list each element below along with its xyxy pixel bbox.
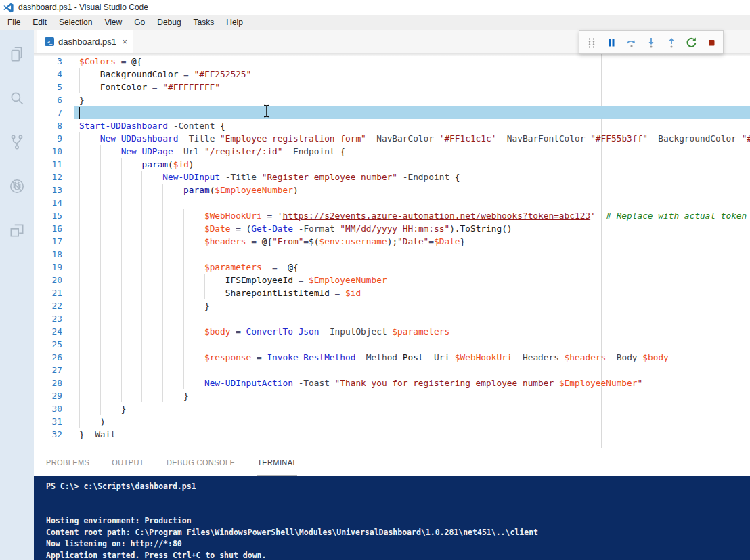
- code-line-28[interactable]: 28New-UDInputAction -Toast "Thank you fo…: [34, 376, 750, 389]
- indent-guide: [121, 171, 122, 184]
- step-out-button[interactable]: [663, 35, 680, 51]
- close-icon[interactable]: ×: [122, 37, 127, 46]
- code-line-8[interactable]: 8Start-UDDashboard -Content {: [34, 119, 750, 132]
- code-line-23[interactable]: 23: [34, 312, 750, 325]
- tab-dashboard-ps1[interactable]: >_ dashboard.ps1 ×: [37, 30, 133, 53]
- code-editor[interactable]: 3$Colors = @{4BackgroundColor = "#FF2525…: [34, 53, 750, 448]
- code-line-6[interactable]: 6}: [34, 93, 750, 106]
- terminal[interactable]: PS C:\> c:\Scripts\dashboard.ps1Hosting …: [34, 476, 750, 560]
- step-into-button[interactable]: [643, 35, 659, 51]
- indent-guide: [121, 312, 122, 325]
- indent-guide: [79, 286, 80, 299]
- code-line-20[interactable]: 20IFSEmployeeId = $EmployeeNumber: [34, 274, 750, 286]
- code-line-17[interactable]: 17$headers = @{"From"=$($env:username);"…: [34, 235, 750, 248]
- code-line-21[interactable]: 21SharepointListItemId = $id: [34, 286, 750, 299]
- code-line-15[interactable]: 15$WebHookUri = 'https://s2events.azure-…: [34, 209, 750, 222]
- menu-item-go[interactable]: Go: [128, 15, 151, 30]
- explorer-icon[interactable]: [0, 35, 34, 74]
- code-line-32[interactable]: 32} -Wait: [34, 428, 750, 441]
- code-line-24[interactable]: 24$body = ConvertTo-Json -InputObject $p…: [34, 325, 750, 338]
- code-line-4[interactable]: 4BackgroundColor = "#FF252525": [34, 68, 750, 81]
- code-text: FontColor = "#FFFFFFFF": [100, 81, 220, 93]
- indent-guide: [100, 325, 101, 338]
- indent-guide: [162, 196, 163, 209]
- restart-button[interactable]: [683, 35, 699, 51]
- code-line-3[interactable]: 3$Colors = @{: [34, 55, 750, 68]
- code-text: ): [100, 415, 106, 428]
- tab-label: dashboard.ps1: [58, 37, 116, 47]
- menu-item-help[interactable]: Help: [220, 15, 249, 30]
- code-line-7[interactable]: 7: [34, 106, 750, 119]
- indent-guide: [121, 325, 122, 338]
- code-text: }: [183, 389, 189, 402]
- code-line-30[interactable]: 30}: [34, 402, 750, 415]
- line-number: 19: [34, 261, 62, 274]
- pause-button[interactable]: [603, 35, 619, 51]
- code-line-27[interactable]: 27: [34, 364, 750, 376]
- vscode-window: { "window": { "title": "dashboard.ps1 - …: [0, 0, 750, 560]
- panel-tab-output[interactable]: OUTPUT: [112, 448, 144, 476]
- code-line-11[interactable]: 11param($id): [34, 158, 750, 171]
- panel-tab-debug-console[interactable]: DEBUG CONSOLE: [167, 448, 235, 476]
- code-text: $WebHookUri = 'https://s2events.azure-au…: [204, 209, 747, 222]
- code-line-29[interactable]: 29}: [34, 389, 750, 402]
- drag-handle[interactable]: [583, 35, 600, 51]
- indent-guide: [141, 364, 142, 376]
- panel-tab-terminal[interactable]: TERMINAL: [257, 448, 297, 476]
- text-caret: [79, 107, 80, 119]
- menu-item-debug[interactable]: Debug: [151, 15, 187, 30]
- indent-guide: [204, 274, 205, 286]
- menu-item-edit[interactable]: Edit: [26, 15, 53, 30]
- code-line-12[interactable]: 12New-UDInput -Title "Register employee …: [34, 171, 750, 184]
- indent-guide: [183, 286, 184, 299]
- indent-guide: [183, 325, 184, 338]
- indent-guide: [100, 261, 101, 274]
- indent-guide: [162, 364, 163, 376]
- indent-guide: [183, 312, 184, 325]
- extensions-icon[interactable]: [0, 211, 34, 250]
- line-number: 30: [34, 402, 62, 415]
- indent-guide: [162, 184, 163, 196]
- indent-guide: [79, 222, 80, 235]
- indent-guide: [100, 389, 101, 402]
- line-number: 32: [34, 428, 62, 441]
- code-line-25[interactable]: 25: [34, 338, 750, 351]
- source-control-icon[interactable]: [0, 123, 34, 162]
- menu-item-file[interactable]: File: [1, 15, 26, 30]
- terminal-line-3: Hosting environment: Production: [46, 516, 750, 527]
- code-line-5[interactable]: 5FontColor = "#FFFFFFFF": [34, 81, 750, 93]
- step-over-button[interactable]: [623, 35, 640, 51]
- indent-guide: [79, 351, 80, 364]
- menu-item-selection[interactable]: Selection: [53, 15, 98, 30]
- indent-guide: [162, 286, 163, 299]
- menu-item-view[interactable]: View: [98, 15, 128, 30]
- code-line-10[interactable]: 10New-UDPage -Url "/register/:id" -Endpo…: [34, 145, 750, 158]
- code-line-18[interactable]: 18: [34, 248, 750, 261]
- indent-guide: [79, 68, 80, 81]
- code-line-14[interactable]: 14: [34, 196, 750, 209]
- panel-tab-problems[interactable]: PROBLEMS: [46, 448, 89, 476]
- code-line-26[interactable]: 26$response = Invoke-RestMethod -Method …: [34, 351, 750, 364]
- indent-guide: [162, 338, 163, 351]
- line-number: 20: [34, 274, 62, 286]
- indent-guide: [141, 338, 142, 351]
- indent-guide: [141, 274, 142, 286]
- indent-guide: [162, 209, 163, 222]
- code-line-16[interactable]: 16$Date = (Get-Date -Format "MM/dd/yyyy …: [34, 222, 750, 235]
- menu-item-tasks[interactable]: Tasks: [188, 15, 221, 30]
- code-line-22[interactable]: 22}: [34, 299, 750, 312]
- code-line-13[interactable]: 13param($EmployeeNumber): [34, 184, 750, 196]
- search-icon[interactable]: [0, 79, 34, 118]
- code-text: BackgroundColor = "#FF252525": [100, 68, 251, 81]
- code-line-9[interactable]: 9New-UDDashboard -Title "Employee regist…: [34, 132, 750, 145]
- stop-button[interactable]: [703, 35, 720, 51]
- line-number: 4: [34, 68, 62, 81]
- indent-guide: [79, 248, 80, 261]
- indent-guide: [100, 145, 101, 158]
- debug-icon[interactable]: [0, 167, 34, 206]
- indent-guide: [100, 235, 101, 248]
- code-line-19[interactable]: 19$parameters = @{: [34, 261, 750, 274]
- indent-guide: [100, 158, 101, 171]
- code-line-31[interactable]: 31): [34, 415, 750, 428]
- indent-guide: [121, 248, 122, 261]
